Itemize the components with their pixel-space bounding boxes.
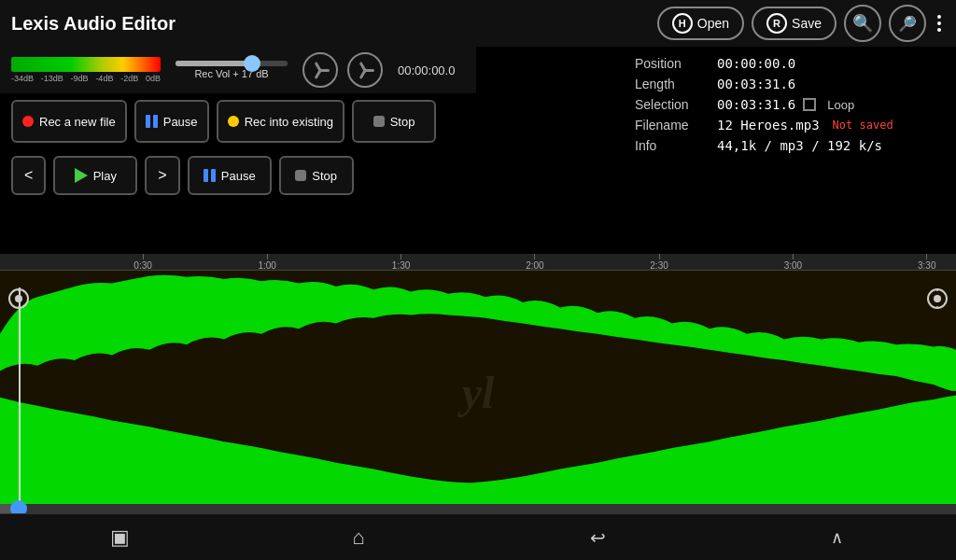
rec-into-existing-button[interactable]: Rec into existing (217, 100, 344, 143)
recent-apps-button[interactable]: ▣ (91, 519, 148, 556)
vu-meter: -34dB -13dB -9dB -4dB -2dB 0dB (11, 57, 161, 83)
filename-row: Filename 12 Heroes.mp3 Not saved (635, 118, 941, 133)
back-icon: ↩ (590, 526, 606, 549)
info-panel: Position 00:00:00.0 Length 00:03:31.6 Se… (620, 47, 956, 168)
more-options-button[interactable] (934, 11, 945, 35)
next-button[interactable]: > (145, 156, 179, 195)
spinner-right-icon (347, 52, 383, 88)
prev-button[interactable]: < (11, 156, 46, 195)
toolbar: -34dB -13dB -9dB -4dB -2dB 0dB Rec Vol +… (0, 47, 476, 93)
stop-icon (373, 116, 385, 127)
save-icon: R (766, 13, 787, 34)
spinners (302, 52, 383, 88)
scrubber-bar[interactable] (0, 504, 956, 513)
search-zoom-out-icon: 🔎 (898, 15, 917, 33)
ruler-mark: 1:30 (392, 254, 410, 271)
controls-row-1: Rec a new file Pause Rec into existing S… (0, 93, 476, 149)
playhead-line (19, 287, 21, 513)
menu-up-button[interactable]: ∧ (808, 519, 865, 556)
volume-slider-track[interactable] (176, 61, 288, 66)
ruler-mark: 3:30 (918, 254, 935, 271)
more-dot (937, 21, 941, 25)
volume-thumb[interactable] (244, 55, 260, 72)
app-title: Lexis Audio Editor (11, 13, 176, 35)
waveform-ruler: 0:30 1:00 1:30 2:00 2:30 3:00 3:30 (0, 254, 956, 271)
record-icon (22, 116, 34, 127)
length-row: Length 00:03:31.6 (635, 77, 941, 91)
waveform-container[interactable]: 0:30 1:00 1:30 2:00 2:30 3:00 3:30 (0, 254, 956, 513)
pin-right-icon[interactable] (926, 287, 949, 310)
vu-bar (11, 57, 161, 72)
stop-icon-2 (295, 170, 306, 181)
open-icon: H (672, 13, 693, 34)
pause-icon (146, 115, 158, 128)
controls-row-2: < Play > Pause Stop (0, 149, 476, 202)
more-dot (937, 15, 941, 19)
more-dot (937, 28, 941, 32)
spinner-left-icon (302, 52, 338, 88)
home-button[interactable]: ⌂ (330, 519, 387, 556)
pause-button-play[interactable]: Pause (188, 156, 272, 195)
vu-labels: -34dB -13dB -9dB -4dB -2dB 0dB (11, 74, 161, 83)
ruler-mark: 0:30 (134, 254, 151, 271)
info-row: Info 44,1k / mp3 / 192 k/s (635, 138, 941, 153)
play-button[interactable]: Play (53, 156, 137, 195)
pause-icon-2 (204, 169, 216, 182)
rec-existing-icon (228, 116, 239, 127)
header-buttons: H Open R Save 🔍 🔎 (657, 5, 945, 42)
position-row: Position 00:00:00.0 (635, 56, 941, 71)
open-button[interactable]: H Open (657, 7, 744, 40)
ruler-mark: 2:30 (650, 254, 668, 271)
play-icon (75, 168, 88, 183)
header: Lexis Audio Editor H Open R Save 🔍 🔎 (0, 0, 956, 47)
stop-button-rec[interactable]: Stop (352, 100, 436, 143)
waveform-canvas[interactable]: yl (0, 271, 956, 513)
recent-apps-icon: ▣ (110, 525, 130, 550)
left-content: -34dB -13dB -9dB -4dB -2dB 0dB Rec Vol +… (0, 47, 476, 202)
stop-button-play[interactable]: Stop (279, 156, 354, 195)
bottom-nav: ▣ ⌂ ↩ ∧ (0, 513, 956, 560)
search-zoom-in-icon: 🔍 (852, 13, 873, 34)
volume-slider-fill (176, 61, 254, 66)
home-icon: ⌂ (352, 525, 364, 550)
save-button[interactable]: R Save (752, 7, 836, 40)
loop-checkbox[interactable] (803, 98, 816, 111)
ruler-mark: 3:00 (784, 254, 802, 271)
pin-left-icon[interactable] (7, 287, 30, 310)
back-button[interactable]: ↩ (569, 519, 626, 556)
search-zoom-in-button[interactable]: 🔍 (844, 5, 881, 42)
svg-rect-1 (0, 391, 956, 393)
time-display: 00:00:00.0 (398, 63, 455, 77)
menu-up-icon: ∧ (831, 527, 843, 548)
search-zoom-out-button[interactable]: 🔎 (889, 5, 926, 42)
rec-new-file-button[interactable]: Rec a new file (11, 100, 127, 143)
waveform-svg (0, 271, 956, 513)
selection-row: Selection 00:03:31.6 Loop (635, 97, 941, 112)
volume-control[interactable]: Rec Vol + 17 dB (176, 61, 288, 79)
ruler-mark: 1:00 (258, 254, 275, 271)
volume-label: Rec Vol + 17 dB (194, 68, 268, 79)
pause-button-rec[interactable]: Pause (134, 100, 209, 143)
ruler-mark: 2:00 (526, 254, 543, 271)
